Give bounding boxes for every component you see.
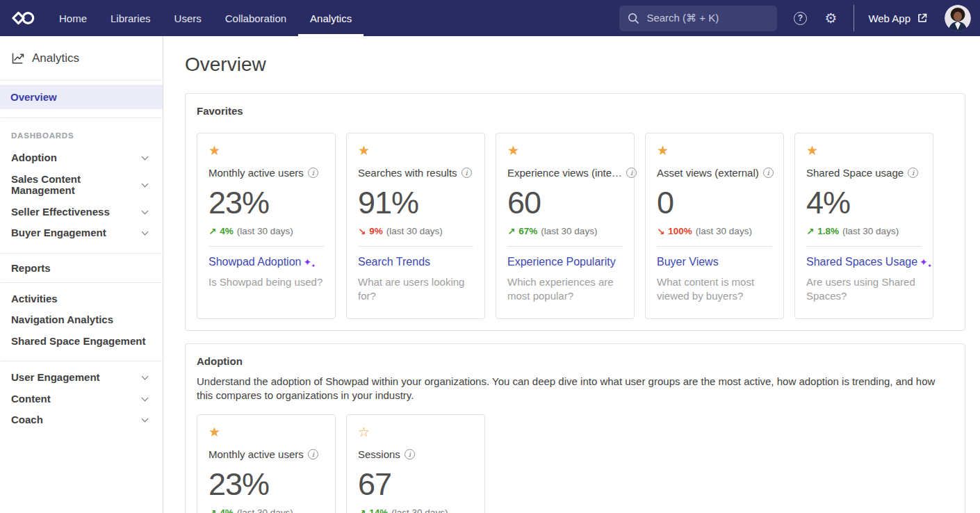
card-divider bbox=[507, 246, 623, 247]
nav-item-libraries[interactable]: Libraries bbox=[99, 0, 163, 36]
metric-question: Which experiences are most popular? bbox=[507, 275, 624, 303]
info-icon[interactable]: i bbox=[908, 168, 918, 178]
metric-value: 23% bbox=[209, 186, 324, 220]
info-icon[interactable]: i bbox=[626, 168, 637, 178]
star-filled-icon[interactable]: ★ bbox=[507, 144, 519, 157]
chevron-down-icon bbox=[142, 154, 149, 161]
info-icon[interactable]: i bbox=[763, 168, 774, 178]
nav-item-collaboration[interactable]: Collaboration bbox=[213, 0, 298, 36]
gear-icon[interactable]: ⚙ bbox=[823, 10, 838, 26]
buyer-views-link[interactable]: Buyer Views bbox=[657, 256, 719, 268]
nav-item-home[interactable]: Home bbox=[47, 0, 99, 36]
metric-card-adoption-monthly-active-users[interactable]: ★ Monthly active users i 23% ↗ 4% (last … bbox=[197, 414, 336, 513]
chart-line-icon bbox=[11, 51, 25, 65]
metric-value: 0 bbox=[657, 186, 772, 220]
sidebar-item-reports[interactable]: Reports bbox=[0, 254, 163, 282]
nav-item-users[interactable]: Users bbox=[163, 0, 213, 36]
chevron-down-icon bbox=[142, 229, 149, 236]
chevron-down-icon bbox=[142, 373, 149, 380]
dashboards-section-header: DASHBOARDS bbox=[0, 118, 163, 147]
trend-down-icon: ↘ bbox=[358, 226, 366, 237]
card-divider bbox=[806, 246, 922, 247]
showpad-logo-icon[interactable] bbox=[12, 10, 35, 26]
chevron-down-icon bbox=[142, 416, 149, 423]
metric-card-monthly-active-users[interactable]: ★ Monthly active users i 23% ↗ 4% (last … bbox=[197, 133, 336, 319]
metric-question: What content is most viewed by buyers? bbox=[657, 275, 774, 303]
chevron-down-icon bbox=[142, 181, 149, 188]
adoption-description: Understand the adoption of Showpad withi… bbox=[197, 375, 954, 402]
metric-value: 23% bbox=[209, 467, 324, 502]
star-outline-icon[interactable]: ☆ bbox=[358, 425, 370, 439]
search-placeholder: Search (⌘ + K) bbox=[646, 12, 719, 24]
search-icon bbox=[628, 13, 639, 24]
metric-label: Shared Space usage bbox=[806, 167, 904, 179]
info-icon[interactable]: i bbox=[308, 449, 318, 459]
metric-delta: ↗ 67% (last 30 days) bbox=[507, 226, 623, 237]
metric-card-experience-views[interactable]: ★ Experience views (inte… i 60 ↗ 67% (la… bbox=[496, 133, 635, 319]
sidebar-item-coach[interactable]: Coach bbox=[0, 409, 163, 431]
sidebar-item-shared-space-engagement[interactable]: Shared Space Engagement bbox=[0, 331, 163, 352]
showpad-adoption-link[interactable]: Showpad Adoption✦✦ bbox=[209, 256, 311, 268]
metric-label: Searches with results bbox=[358, 167, 457, 179]
user-avatar[interactable] bbox=[945, 5, 971, 31]
favorites-title: Favorites bbox=[197, 105, 954, 117]
top-nav: Home Libraries Users Collaboration Analy… bbox=[0, 0, 980, 36]
sidebar-item-sales-content-management[interactable]: Sales Content Management bbox=[0, 169, 163, 202]
metric-value: 60 bbox=[507, 186, 623, 220]
adoption-panel: Adoption Understand the adoption of Show… bbox=[185, 343, 965, 513]
shared-spaces-usage-link[interactable]: Shared Spaces Usage✦✦ bbox=[806, 256, 928, 268]
metric-delta: ↗ 14% (last 30 days) bbox=[358, 507, 473, 513]
info-icon[interactable]: i bbox=[405, 449, 415, 459]
help-icon[interactable]: ? bbox=[792, 10, 808, 26]
star-filled-icon[interactable]: ★ bbox=[806, 144, 818, 157]
experience-popularity-link[interactable]: Experience Popularity bbox=[507, 256, 616, 268]
star-filled-icon[interactable]: ★ bbox=[657, 144, 669, 157]
nav-item-analytics[interactable]: Analytics bbox=[298, 0, 364, 36]
info-icon[interactable]: i bbox=[308, 168, 318, 178]
metric-question: What are users looking for? bbox=[358, 275, 475, 303]
search-trends-link[interactable]: Search Trends bbox=[358, 256, 430, 268]
metric-label: Sessions bbox=[358, 448, 400, 460]
trend-up-icon: ↗ bbox=[507, 226, 515, 237]
sidebar-item-adoption[interactable]: Adoption bbox=[0, 147, 163, 169]
metric-value: 67 bbox=[358, 467, 473, 502]
nav-menu: Home Libraries Users Collaboration Analy… bbox=[47, 0, 364, 36]
main-content: Overview Favorites ★ Monthly active user… bbox=[163, 36, 980, 513]
metric-card-shared-space-usage[interactable]: ★ Shared Space usage i 4% ↗ 1.8% (last 3… bbox=[794, 133, 933, 319]
metric-value: 4% bbox=[806, 186, 922, 220]
chevron-down-icon bbox=[142, 394, 149, 401]
star-filled-icon[interactable]: ★ bbox=[209, 425, 220, 439]
metric-label: Monthly active users bbox=[209, 448, 304, 460]
metric-card-searches-with-results[interactable]: ★ Searches with results i 91% ↘ 9% (last… bbox=[346, 133, 485, 319]
metric-question: Are users using Shared Spaces? bbox=[806, 275, 923, 303]
metric-card-sessions[interactable]: ☆ Sessions i 67 ↗ 14% (last 30 days) bbox=[346, 414, 485, 513]
adoption-title: Adoption bbox=[197, 355, 954, 367]
sidebar-title: Analytics bbox=[0, 36, 163, 80]
info-icon[interactable]: i bbox=[462, 168, 472, 178]
favorites-panel: Favorites ★ Monthly active users i 23% ↗… bbox=[185, 93, 965, 331]
trend-up-icon: ↗ bbox=[209, 507, 216, 513]
sidebar-item-user-engagement[interactable]: User Engagement bbox=[0, 367, 163, 389]
sidebar-item-buyer-engagement[interactable]: Buyer Engagement bbox=[0, 222, 163, 244]
chevron-down-icon bbox=[142, 207, 149, 214]
ai-sparkle-icon: ✦✦ bbox=[920, 256, 928, 268]
card-divider bbox=[358, 246, 473, 247]
search-input[interactable]: Search (⌘ + K) bbox=[619, 6, 777, 31]
card-divider bbox=[657, 246, 772, 247]
metric-delta: ↗ 4% (last 30 days) bbox=[209, 507, 324, 513]
star-filled-icon[interactable]: ★ bbox=[209, 144, 220, 157]
metric-card-asset-views-external[interactable]: ★ Asset views (external) i 0 ↘ 100% (las… bbox=[645, 133, 784, 319]
card-divider bbox=[209, 246, 324, 247]
metric-label: Experience views (inte… bbox=[507, 167, 622, 179]
star-filled-icon[interactable]: ★ bbox=[358, 144, 370, 157]
sidebar-item-activities[interactable]: Activities bbox=[0, 288, 163, 310]
sidebar-item-navigation-analytics[interactable]: Navigation Analytics bbox=[0, 309, 163, 331]
metric-value: 91% bbox=[358, 186, 473, 220]
sidebar-item-overview[interactable]: Overview bbox=[0, 85, 163, 109]
trend-up-icon: ↗ bbox=[209, 226, 216, 237]
metric-delta: ↗ 4% (last 30 days) bbox=[209, 226, 324, 237]
web-app-link[interactable]: Web App bbox=[868, 13, 928, 24]
sidebar-item-seller-effectiveness[interactable]: Seller Effectiveness bbox=[0, 202, 163, 223]
metric-label: Monthly active users bbox=[209, 167, 304, 179]
sidebar-item-content[interactable]: Content bbox=[0, 389, 163, 410]
